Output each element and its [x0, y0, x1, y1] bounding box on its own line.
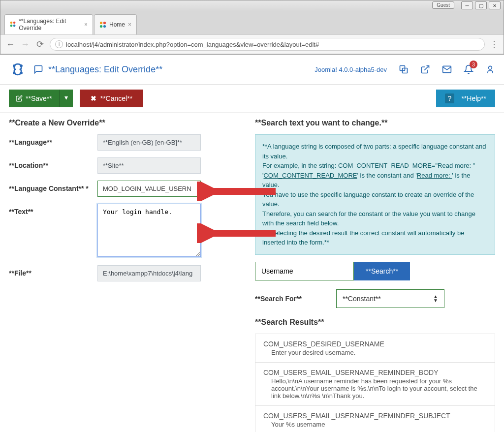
minimize-icon[interactable]: ─: [461, 1, 473, 9]
address-bar[interactable]: i localhost/j4/administrator/index.php?o…: [50, 38, 485, 51]
multilingual-icon[interactable]: [399, 64, 409, 74]
save-button[interactable]: **Save** ▾: [9, 90, 73, 107]
language-field: **English (en-GB) [en-GB]**: [97, 134, 201, 151]
results-list: COM_USERS_DESIRED_USERNAME Enter your de…: [255, 334, 495, 432]
browser-tab[interactable]: Home ×: [94, 14, 137, 34]
search-button[interactable]: **Search**: [354, 262, 410, 280]
results-heading: **Search Results**: [255, 318, 495, 327]
info-text: For example, in the string: COM_CONTENT_…: [262, 162, 475, 169]
tab-title: Home: [109, 21, 125, 28]
text-label: **Text**: [9, 204, 97, 258]
svg-point-3: [13, 25, 16, 27]
search-for-label: **Search For**: [255, 295, 302, 303]
version-link[interactable]: Joomla! 4.0.0-alpha5-dev: [315, 66, 387, 73]
svg-point-7: [103, 25, 106, 28]
guest-badge: Guest: [432, 1, 454, 9]
reload-icon[interactable]: ⟳: [35, 39, 45, 50]
search-input[interactable]: [255, 262, 354, 280]
search-for-select[interactable]: **Constant** ▲▼: [336, 289, 444, 308]
svg-point-1: [13, 22, 16, 24]
info-link-value[interactable]: Read more:: [417, 172, 452, 179]
file-label: **File**: [9, 265, 97, 281]
result-value: Your %s username: [263, 421, 487, 428]
result-item[interactable]: COM_USERS_DESIRED_USERNAME Enter your de…: [255, 334, 495, 363]
tab-title: **Languages: Edit Override: [19, 18, 81, 31]
constant-input[interactable]: [97, 181, 201, 197]
create-override-heading: **Create a New Override**: [9, 119, 245, 127]
save-dropdown-icon[interactable]: ▾: [60, 90, 73, 107]
svg-line-14: [424, 66, 429, 70]
location-field: **Site**: [97, 157, 201, 174]
messages-icon[interactable]: [442, 64, 452, 74]
external-link-icon[interactable]: [420, 64, 430, 74]
svg-point-9: [20, 64, 23, 67]
result-item[interactable]: COM_USERS_EMAIL_USERNAME_REMINDER_BODY H…: [255, 363, 495, 406]
notifications-icon[interactable]: 3: [464, 64, 473, 74]
location-label: **Location**: [9, 157, 97, 174]
page-title: **Languages: Edit Override**: [48, 64, 162, 75]
joomla-logo-icon: [9, 61, 27, 78]
user-icon[interactable]: [485, 64, 495, 74]
tab-close-icon[interactable]: ×: [84, 21, 88, 28]
info-text: ' is the constant and ': [357, 172, 416, 179]
result-constant: COM_USERS_DESIRED_USERNAME: [263, 340, 487, 348]
language-label: **Language**: [9, 134, 97, 151]
close-icon: ✖: [91, 94, 96, 102]
save-label: **Save**: [26, 94, 52, 102]
edit-icon: [16, 95, 23, 102]
svg-point-10: [13, 72, 15, 74]
cancel-button[interactable]: ✖ **Cancel**: [80, 90, 143, 107]
close-window-icon[interactable]: ✕: [489, 1, 501, 9]
svg-point-16: [489, 66, 492, 69]
help-label: **Help**: [461, 94, 486, 102]
svg-point-0: [10, 22, 13, 24]
site-info-icon[interactable]: i: [55, 40, 63, 48]
info-text: You have to use the specific language co…: [262, 191, 474, 208]
maximize-icon[interactable]: ▢: [475, 1, 487, 9]
text-textarea[interactable]: Your login handle.: [97, 204, 201, 257]
file-field: E:\home\xampp7\htdocs\j4\lang: [97, 265, 201, 281]
browser-tab-strip: **Languages: Edit Override × Home ×: [0, 11, 504, 34]
chevron-updown-icon: ▲▼: [433, 295, 438, 303]
window-title-bar: Guest ─ ▢ ✕: [0, 0, 504, 11]
help-button[interactable]: ? **Help**: [436, 90, 495, 107]
forward-icon[interactable]: →: [20, 39, 30, 50]
result-constant: COM_USERS_EMAIL_USERNAME_REMINDER_BODY: [263, 369, 487, 376]
question-icon: ?: [445, 93, 455, 103]
svg-point-6: [100, 25, 102, 28]
svg-point-4: [100, 22, 102, 24]
result-item[interactable]: COM_USERS_EMAIL_USERNAME_REMINDER_SUBJEC…: [255, 406, 495, 432]
info-text: **A language string is composed of two p…: [262, 143, 486, 160]
cancel-label: **Cancel**: [100, 94, 132, 102]
browser-tab-active[interactable]: **Languages: Edit Override ×: [4, 14, 93, 34]
back-icon[interactable]: ←: [5, 39, 15, 50]
url-text: localhost/j4/administrator/index.php?opt…: [66, 41, 319, 48]
svg-point-2: [10, 25, 13, 27]
info-text: By selecting the desired result the corr…: [262, 229, 464, 247]
search-heading: **Search text you want to change.**: [255, 119, 495, 127]
notification-badge: 3: [470, 61, 477, 68]
info-link-constant[interactable]: COM_CONTENT_READ_MORE: [263, 172, 357, 179]
result-value: Hello,\n\nA username reminder has been r…: [263, 377, 487, 400]
search-info-box: **A language string is composed of two p…: [255, 134, 495, 255]
svg-point-11: [20, 72, 23, 74]
joomla-favicon-icon: [10, 21, 16, 28]
search-for-value: **Constant**: [343, 295, 381, 303]
svg-point-5: [103, 22, 106, 24]
tab-close-icon[interactable]: ×: [128, 21, 131, 28]
browser-menu-icon[interactable]: ⋮: [490, 39, 499, 50]
result-value: Enter your desired username.: [263, 349, 487, 356]
svg-point-8: [13, 64, 15, 67]
result-constant: COM_USERS_EMAIL_USERNAME_REMINDER_SUBJEC…: [263, 412, 487, 420]
info-text: Therefore, you can search for the consta…: [262, 210, 475, 227]
joomla-favicon-icon: [99, 21, 106, 28]
comment-icon: [33, 64, 43, 74]
constant-label: **Language Constant** *: [9, 181, 97, 197]
